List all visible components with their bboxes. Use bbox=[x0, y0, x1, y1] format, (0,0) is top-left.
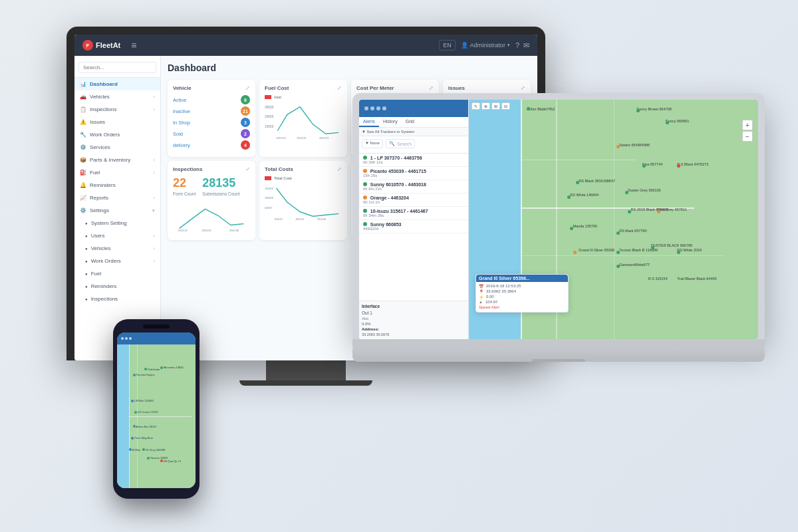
marker-6 bbox=[677, 164, 680, 168]
city-label-12: Mazda 135790 bbox=[573, 224, 597, 228]
marker-8 bbox=[567, 196, 571, 199]
sidebar-item-settings[interactable]: ⚙️ Settings ▾ bbox=[74, 204, 160, 217]
city-label-18: RS White 2018 bbox=[677, 248, 702, 252]
delivery-count: 4 bbox=[241, 140, 250, 150]
expand-icon[interactable]: ⤢ bbox=[429, 85, 434, 91]
sidebar: 📊 Dashboard 🚗 Vehicles ‹ 📋 Inspections ‹ bbox=[74, 56, 161, 360]
tab-alerts[interactable]: Alerts bbox=[359, 117, 379, 127]
sidebar-item-inspections[interactable]: 📋 Inspections ‹ bbox=[74, 103, 160, 116]
svg-text:2019-08: 2019-08 bbox=[317, 218, 326, 221]
sidebar-item-fuel[interactable]: ⛽ Fuel ‹ bbox=[74, 166, 160, 179]
expand-icon[interactable]: ⤢ bbox=[337, 166, 342, 172]
detail-row: Out 1 bbox=[362, 311, 466, 315]
tracker-info: 4463204 bbox=[363, 227, 464, 231]
workorders-icon: 🔧 bbox=[80, 132, 86, 138]
sidebar-item-vehicles[interactable]: 🚗 Vehicles ‹ bbox=[74, 90, 160, 103]
scene: F FleetAt ≡ EN 👤 Administrator ▾ ? ✉ bbox=[33, 13, 765, 519]
phone-dot bbox=[129, 337, 132, 340]
tracker-item[interactable]: 10-Isuzu 315617 - 4461467 0h 34m 26s bbox=[359, 207, 468, 220]
search-input[interactable] bbox=[78, 62, 156, 73]
tab-grid[interactable]: Grid bbox=[402, 117, 418, 127]
system-icon: ● bbox=[85, 221, 88, 225]
zoom-out-btn[interactable]: − bbox=[742, 131, 753, 142]
sidebar-item-vehicles2[interactable]: ● Vehicles ‹ bbox=[74, 242, 160, 255]
tool-btn-4[interactable]: ⊟ bbox=[501, 102, 510, 110]
arrow-icon: ‹ bbox=[154, 246, 155, 251]
sidebar-label: Issues bbox=[90, 119, 105, 125]
sidebar-item-inspections2[interactable]: ● Inspections bbox=[74, 293, 160, 305]
inspections-card: Inspections ⤢ 22 Form Count 281 bbox=[168, 161, 255, 240]
header-dot bbox=[376, 106, 380, 110]
marker-14 bbox=[573, 251, 577, 254]
phone-marker-label: Farm Wag Blue bbox=[134, 436, 153, 440]
phone-marker-label: RS Qua Op 71 bbox=[164, 460, 181, 463]
tracker-item[interactable]: Orange - 4463204 0h 1m 1h bbox=[359, 194, 468, 207]
phone-water bbox=[117, 344, 129, 488]
zoom-in-btn[interactable]: + bbox=[742, 120, 753, 130]
tracker-item[interactable]: Picanto 453039 - 4461715 15h 25s bbox=[359, 167, 468, 180]
sidebar-item-users[interactable]: ● Users ‹ bbox=[74, 229, 160, 242]
sidebar-item-services[interactable]: ⚙️ Services bbox=[74, 141, 160, 154]
tab-history[interactable]: History bbox=[379, 117, 402, 127]
sidebar-item-reports[interactable]: 📈 Reports ‹ bbox=[74, 192, 160, 204]
none-filter[interactable]: ▼ None bbox=[362, 139, 383, 148]
marker-15 bbox=[616, 251, 620, 254]
vehicle-card-title: Vehicle bbox=[173, 85, 192, 91]
sidebar-item-issues[interactable]: ⚠️ Issues bbox=[74, 116, 160, 128]
tracker-list: 1 - LP 307370 - 4463756 0h 30h 12s Pican… bbox=[359, 154, 468, 301]
sidebar-item-system[interactable]: ● System Setting bbox=[74, 217, 160, 229]
expand-icon[interactable]: ⤢ bbox=[521, 85, 525, 91]
map-search: ▼ None 🔍 Search bbox=[359, 136, 468, 154]
popup-speed: 0.00 bbox=[486, 295, 494, 299]
tracker-item[interactable]: 1 - LP 307370 - 4463756 0h 30h 12s bbox=[359, 154, 468, 167]
sidebar-item-parts[interactable]: 📦 Parts & Inventory ‹ bbox=[74, 154, 160, 166]
expand-icon[interactable]: ⤢ bbox=[337, 85, 342, 91]
sidebar-item-workorders[interactable]: 🔧 Work Orders bbox=[74, 128, 160, 141]
sidebar-item-workorders2[interactable]: ● Work Orders ‹ bbox=[74, 255, 160, 267]
popup-date-label: 📅 bbox=[479, 284, 483, 289]
sidebar-item-reminders2[interactable]: ● Reminders bbox=[74, 280, 160, 293]
map-header bbox=[359, 100, 468, 117]
active-count: 8 bbox=[241, 95, 250, 104]
city-label-1: XiXon Blabk7452 bbox=[527, 107, 555, 111]
sidebar-item-dashboard[interactable]: 📊 Dashboard bbox=[74, 78, 160, 90]
user-menu[interactable]: 👤 Administrator ▾ bbox=[461, 42, 510, 49]
tracker-selector[interactable]: ▼ See All Trackers in System bbox=[359, 128, 468, 136]
tracker-info: 15h 25s bbox=[363, 174, 464, 178]
sidebar-label: Vehicles bbox=[90, 94, 110, 100]
tool-btn-1[interactable]: ✎ bbox=[471, 102, 480, 110]
lang-selector[interactable]: EN bbox=[439, 40, 456, 51]
phone-marker-10: Mercedes 13840 bbox=[160, 366, 184, 369]
svg-text:2019-04: 2019-04 bbox=[295, 218, 304, 221]
phone-marker-11: RS Qua Op 71 bbox=[160, 460, 181, 463]
search-box[interactable]: 🔍 Search bbox=[386, 139, 415, 148]
app-logo: F FleetAt bbox=[82, 40, 120, 51]
sold-label: Sold bbox=[173, 131, 183, 137]
marker-2 bbox=[636, 109, 640, 112]
form-count: 22 bbox=[173, 176, 196, 190]
fuel-legend-label: cost bbox=[274, 95, 281, 99]
sidebar-label: Vehicles bbox=[91, 245, 111, 251]
phone-map-header bbox=[117, 332, 196, 344]
username: Administrator bbox=[470, 42, 505, 49]
page-title: Dashboard bbox=[168, 63, 531, 73]
vehicle-stats: Active 8 Inactive 21 In Shop bbox=[173, 95, 250, 150]
tool-btn-3[interactable]: ⊞ bbox=[491, 102, 500, 110]
form-count-stat: 22 Form Count bbox=[173, 176, 196, 196]
phone-marker-4: LR Cruiser 35257 bbox=[134, 410, 158, 414]
logo-icon: F bbox=[82, 40, 93, 51]
sidebar-label: Parts & Inventory bbox=[90, 157, 130, 163]
tool-btn-2[interactable]: ⊕ bbox=[481, 102, 490, 110]
expand-icon[interactable]: ⤢ bbox=[245, 85, 250, 91]
sidebar-item-reminders[interactable]: 🔔 Reminders bbox=[74, 179, 160, 192]
tracker-item[interactable]: Sunny 6010570 - 4463018 0h 6m 22s bbox=[359, 180, 468, 194]
sidebar-label: Work Orders bbox=[90, 132, 120, 138]
help-icon[interactable]: ? bbox=[515, 41, 519, 50]
vehicles2-icon: ● bbox=[85, 247, 88, 251]
sidebar-item-fuel2[interactable]: ● Fuel bbox=[74, 267, 160, 280]
tracker-item[interactable]: Sunny 660853 4463204 bbox=[359, 220, 468, 233]
city-label-3: Sunny 660861 bbox=[666, 119, 689, 123]
expand-icon[interactable]: ⤢ bbox=[245, 166, 250, 172]
mail-icon[interactable]: ✉ bbox=[523, 41, 529, 50]
hamburger-icon[interactable]: ≡ bbox=[131, 40, 136, 51]
